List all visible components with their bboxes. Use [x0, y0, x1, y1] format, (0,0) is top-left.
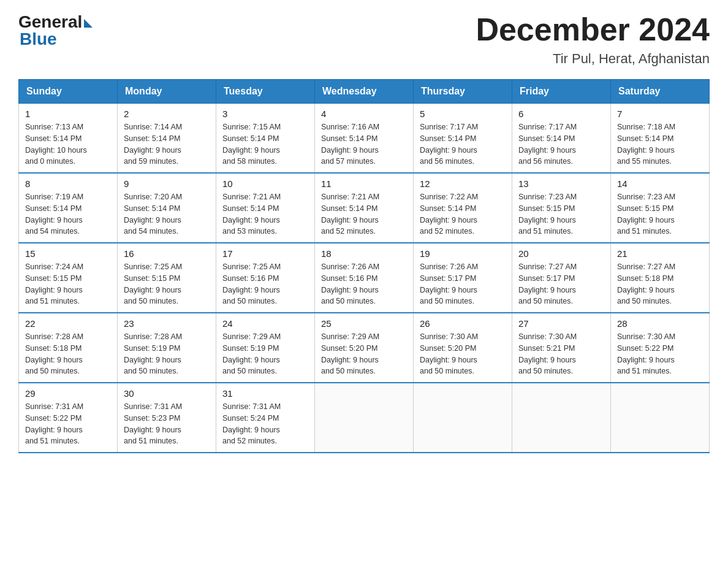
day-info: Sunrise: 7:26 AM Sunset: 5:16 PM Dayligh…	[321, 261, 407, 307]
day-cell: 7Sunrise: 7:18 AM Sunset: 5:14 PM Daylig…	[611, 104, 710, 174]
day-cell: 26Sunrise: 7:30 AM Sunset: 5:20 PM Dayli…	[414, 313, 512, 383]
day-number: 19	[420, 248, 506, 259]
day-info: Sunrise: 7:14 AM Sunset: 5:14 PM Dayligh…	[124, 121, 210, 167]
day-cell: 28Sunrise: 7:30 AM Sunset: 5:22 PM Dayli…	[611, 313, 710, 383]
week-row-5: 29Sunrise: 7:31 AM Sunset: 5:22 PM Dayli…	[19, 383, 710, 453]
title-section: December 2024 Tir Pul, Herat, Afghanista…	[476, 12, 710, 67]
header-tuesday: Tuesday	[216, 80, 315, 104]
header-friday: Friday	[512, 80, 611, 104]
day-info: Sunrise: 7:21 AM Sunset: 5:14 PM Dayligh…	[321, 191, 407, 237]
day-cell: 3Sunrise: 7:15 AM Sunset: 5:14 PM Daylig…	[216, 104, 315, 174]
day-cell: 13Sunrise: 7:23 AM Sunset: 5:15 PM Dayli…	[512, 173, 611, 243]
day-cell	[414, 383, 512, 453]
logo-arrow-icon	[84, 19, 93, 28]
day-cell: 22Sunrise: 7:28 AM Sunset: 5:18 PM Dayli…	[19, 313, 118, 383]
day-cell: 19Sunrise: 7:26 AM Sunset: 5:17 PM Dayli…	[414, 243, 512, 313]
day-info: Sunrise: 7:23 AM Sunset: 5:15 PM Dayligh…	[518, 191, 604, 237]
day-number: 17	[222, 248, 308, 259]
day-info: Sunrise: 7:28 AM Sunset: 5:18 PM Dayligh…	[25, 331, 111, 377]
day-info: Sunrise: 7:30 AM Sunset: 5:22 PM Dayligh…	[617, 331, 703, 377]
page-header: General Blue December 2024 Tir Pul, Hera…	[18, 12, 710, 67]
day-number: 5	[420, 109, 506, 119]
day-number: 13	[518, 178, 604, 189]
day-info: Sunrise: 7:22 AM Sunset: 5:14 PM Dayligh…	[420, 191, 506, 237]
day-info: Sunrise: 7:19 AM Sunset: 5:14 PM Dayligh…	[25, 191, 111, 237]
day-info: Sunrise: 7:17 AM Sunset: 5:14 PM Dayligh…	[518, 121, 604, 167]
day-info: Sunrise: 7:23 AM Sunset: 5:15 PM Dayligh…	[617, 191, 703, 237]
calendar-table: SundayMondayTuesdayWednesdayThursdayFrid…	[18, 79, 710, 453]
day-info: Sunrise: 7:31 AM Sunset: 5:22 PM Dayligh…	[25, 401, 111, 447]
day-number: 21	[617, 248, 703, 259]
day-info: Sunrise: 7:29 AM Sunset: 5:20 PM Dayligh…	[321, 331, 407, 377]
day-number: 26	[420, 318, 506, 329]
day-info: Sunrise: 7:31 AM Sunset: 5:24 PM Dayligh…	[222, 401, 308, 447]
day-cell: 11Sunrise: 7:21 AM Sunset: 5:14 PM Dayli…	[315, 173, 414, 243]
day-info: Sunrise: 7:15 AM Sunset: 5:14 PM Dayligh…	[222, 121, 308, 167]
day-cell: 1Sunrise: 7:13 AM Sunset: 5:14 PM Daylig…	[19, 104, 118, 174]
calendar-header: SundayMondayTuesdayWednesdayThursdayFrid…	[19, 80, 710, 104]
day-number: 9	[124, 178, 210, 189]
day-cell: 20Sunrise: 7:27 AM Sunset: 5:17 PM Dayli…	[512, 243, 611, 313]
day-cell	[315, 383, 414, 453]
logo: General Blue	[18, 12, 93, 49]
day-number: 27	[518, 318, 604, 329]
day-cell: 21Sunrise: 7:27 AM Sunset: 5:18 PM Dayli…	[611, 243, 710, 313]
day-cell	[611, 383, 710, 453]
day-cell: 24Sunrise: 7:29 AM Sunset: 5:19 PM Dayli…	[216, 313, 315, 383]
header-wednesday: Wednesday	[315, 80, 414, 104]
day-info: Sunrise: 7:27 AM Sunset: 5:17 PM Dayligh…	[518, 261, 604, 307]
day-cell: 18Sunrise: 7:26 AM Sunset: 5:16 PM Dayli…	[315, 243, 414, 313]
day-info: Sunrise: 7:31 AM Sunset: 5:23 PM Dayligh…	[124, 401, 210, 447]
day-info: Sunrise: 7:21 AM Sunset: 5:14 PM Dayligh…	[222, 191, 308, 237]
day-number: 4	[321, 109, 407, 119]
day-number: 24	[222, 318, 308, 329]
day-info: Sunrise: 7:30 AM Sunset: 5:20 PM Dayligh…	[420, 331, 506, 377]
day-cell: 9Sunrise: 7:20 AM Sunset: 5:14 PM Daylig…	[118, 173, 216, 243]
logo-blue-text: Blue	[20, 29, 57, 49]
day-cell: 16Sunrise: 7:25 AM Sunset: 5:15 PM Dayli…	[118, 243, 216, 313]
day-info: Sunrise: 7:29 AM Sunset: 5:19 PM Dayligh…	[222, 331, 308, 377]
day-number: 11	[321, 178, 407, 189]
day-cell: 2Sunrise: 7:14 AM Sunset: 5:14 PM Daylig…	[118, 104, 216, 174]
day-cell: 14Sunrise: 7:23 AM Sunset: 5:15 PM Dayli…	[611, 173, 710, 243]
day-number: 14	[617, 178, 703, 189]
header-sunday: Sunday	[19, 80, 118, 104]
day-cell: 17Sunrise: 7:25 AM Sunset: 5:16 PM Dayli…	[216, 243, 315, 313]
header-thursday: Thursday	[414, 80, 512, 104]
day-number: 30	[124, 388, 210, 399]
day-number: 16	[124, 248, 210, 259]
month-title: December 2024	[476, 12, 710, 47]
day-cell: 27Sunrise: 7:30 AM Sunset: 5:21 PM Dayli…	[512, 313, 611, 383]
day-number: 6	[518, 109, 604, 119]
day-number: 8	[25, 178, 111, 189]
day-number: 1	[25, 109, 111, 119]
week-row-3: 15Sunrise: 7:24 AM Sunset: 5:15 PM Dayli…	[19, 243, 710, 313]
day-number: 20	[518, 248, 604, 259]
calendar-body: 1Sunrise: 7:13 AM Sunset: 5:14 PM Daylig…	[19, 104, 710, 453]
day-info: Sunrise: 7:13 AM Sunset: 5:14 PM Dayligh…	[25, 121, 111, 167]
day-cell: 4Sunrise: 7:16 AM Sunset: 5:14 PM Daylig…	[315, 104, 414, 174]
day-number: 23	[124, 318, 210, 329]
day-cell: 6Sunrise: 7:17 AM Sunset: 5:14 PM Daylig…	[512, 104, 611, 174]
day-number: 15	[25, 248, 111, 259]
day-cell: 8Sunrise: 7:19 AM Sunset: 5:14 PM Daylig…	[19, 173, 118, 243]
header-saturday: Saturday	[611, 80, 710, 104]
location-subtitle: Tir Pul, Herat, Afghanistan	[476, 51, 710, 67]
day-info: Sunrise: 7:20 AM Sunset: 5:14 PM Dayligh…	[124, 191, 210, 237]
day-cell: 31Sunrise: 7:31 AM Sunset: 5:24 PM Dayli…	[216, 383, 315, 453]
day-info: Sunrise: 7:25 AM Sunset: 5:16 PM Dayligh…	[222, 261, 308, 307]
day-info: Sunrise: 7:16 AM Sunset: 5:14 PM Dayligh…	[321, 121, 407, 167]
day-number: 25	[321, 318, 407, 329]
day-number: 28	[617, 318, 703, 329]
week-row-4: 22Sunrise: 7:28 AM Sunset: 5:18 PM Dayli…	[19, 313, 710, 383]
week-row-1: 1Sunrise: 7:13 AM Sunset: 5:14 PM Daylig…	[19, 104, 710, 174]
week-row-2: 8Sunrise: 7:19 AM Sunset: 5:14 PM Daylig…	[19, 173, 710, 243]
day-cell	[512, 383, 611, 453]
day-number: 12	[420, 178, 506, 189]
day-cell: 29Sunrise: 7:31 AM Sunset: 5:22 PM Dayli…	[19, 383, 118, 453]
header-row: SundayMondayTuesdayWednesdayThursdayFrid…	[19, 80, 710, 104]
day-number: 10	[222, 178, 308, 189]
header-monday: Monday	[118, 80, 216, 104]
day-info: Sunrise: 7:25 AM Sunset: 5:15 PM Dayligh…	[124, 261, 210, 307]
day-info: Sunrise: 7:27 AM Sunset: 5:18 PM Dayligh…	[617, 261, 703, 307]
